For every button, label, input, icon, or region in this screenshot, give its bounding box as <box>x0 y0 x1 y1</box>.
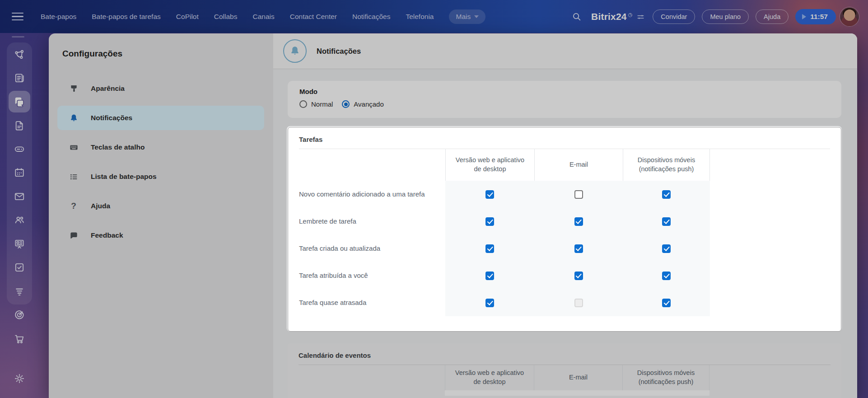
checkbox-checked[interactable] <box>485 217 494 226</box>
hamburger-menu-icon[interactable] <box>12 13 23 21</box>
radio-selected[interactable] <box>342 100 350 108</box>
settings-window: Configurações AparênciaNotificaçõesTecla… <box>49 33 857 398</box>
pill-ajuda[interactable]: Ajuda <box>756 9 789 24</box>
nav-item-5[interactable]: Contact Center <box>290 13 337 21</box>
sidebar-item-keyboard[interactable]: Teclas de atalho <box>57 135 264 159</box>
bell-badge <box>283 39 307 63</box>
column-header-1: E-mail <box>534 365 622 390</box>
list-icon <box>68 171 79 182</box>
column-header-0: Versão web e aplicativo de desktop <box>445 149 534 181</box>
checkbox-checked[interactable] <box>485 272 494 280</box>
sliders-icon[interactable] <box>636 13 645 21</box>
settings-icon[interactable] <box>9 368 30 389</box>
drive-icon[interactable] <box>9 138 30 160</box>
row-label: Lembrete de tarefa <box>299 217 445 226</box>
sidebar-item-bell[interactable]: Notificações <box>57 106 264 130</box>
checkbox-disabled <box>574 299 583 307</box>
sidebar-item-label: Notificações <box>91 114 132 122</box>
feed-icon[interactable] <box>9 67 30 89</box>
search-icon[interactable] <box>572 12 582 22</box>
pill-meu-plano[interactable]: Meu plano <box>702 9 749 24</box>
play-icon <box>802 14 806 19</box>
column-header-2: Dispositivos móveis (notificações push) <box>623 149 710 181</box>
row-label: Novo comentário adicionado a uma tarefa <box>299 190 445 199</box>
table-row: Tarefa atribuída a você <box>299 262 830 289</box>
bitrix24-logo: Bitrix24 ◷ <box>591 11 645 22</box>
table-cell <box>623 181 710 208</box>
header-spacer <box>299 365 445 390</box>
radio-unselected[interactable] <box>299 100 307 108</box>
checkbox-checked[interactable] <box>574 217 583 226</box>
sidebar-item-label: Teclas de atalho <box>91 143 145 151</box>
checkbox-checked[interactable] <box>662 217 671 226</box>
checkbox-unchecked[interactable] <box>574 190 583 199</box>
rail-drag-handle[interactable] <box>12 36 24 37</box>
table-row: Lembrete de tarefa <box>299 208 830 235</box>
table-cell <box>445 235 534 262</box>
checkbox-checked[interactable] <box>662 244 671 253</box>
checkbox-checked[interactable] <box>662 190 671 199</box>
checkbox-checked[interactable] <box>485 299 494 307</box>
checkbox-checked[interactable] <box>662 299 671 307</box>
sidebar-item-list[interactable]: Lista de bate-papos <box>57 164 264 189</box>
timer-pill[interactable]: 11:57 <box>795 9 836 24</box>
radio-label: Normal <box>311 100 333 108</box>
brush-icon <box>68 83 79 94</box>
sidebar-item-brush[interactable]: Aparência <box>57 76 264 101</box>
more-button[interactable]: Mais <box>449 9 485 24</box>
radio-label: Avançado <box>354 100 383 108</box>
nav-item-4[interactable]: Canais <box>252 13 274 21</box>
share-icon[interactable] <box>9 44 30 66</box>
mode-card: Modo NormalAvançado <box>288 81 841 118</box>
table-cell <box>623 262 710 289</box>
question-icon: ? <box>68 201 79 211</box>
table-cell <box>534 262 623 289</box>
avatar[interactable] <box>840 7 859 26</box>
checkbox-checked[interactable] <box>662 272 671 280</box>
topbar: Bate-paposBate-papos de tarefasCoPilotCo… <box>0 0 868 33</box>
topbar-right: Bitrix24 ◷ ConvidarMeu planoAjuda 11:57 <box>572 7 859 26</box>
section-title: Tarefas <box>299 136 830 143</box>
sidebar-item-chat[interactable]: Feedback <box>57 223 264 248</box>
sidebar-item-label: Lista de bate-papos <box>91 173 157 181</box>
board-icon[interactable] <box>9 233 30 255</box>
checkbox-checked[interactable] <box>574 244 583 253</box>
calendar-icon[interactable] <box>9 162 30 183</box>
checkbox-checked[interactable] <box>485 244 494 253</box>
sidebar-item-label: Aparência <box>91 84 125 93</box>
bell-icon <box>289 45 301 57</box>
mode-option-1[interactable]: Avançado <box>342 100 383 108</box>
mode-option-0[interactable]: Normal <box>299 100 333 108</box>
people-icon[interactable] <box>9 209 30 231</box>
header-spacer <box>299 149 445 181</box>
checkbox-checked[interactable] <box>574 272 583 280</box>
target-icon[interactable] <box>9 304 30 326</box>
more-label: Mais <box>456 13 471 21</box>
document-icon[interactable] <box>9 115 30 136</box>
checkbox-checked[interactable] <box>485 190 494 199</box>
table-rows: Novo comentário adicionado a uma tarefaL… <box>299 181 830 316</box>
crm-icon[interactable] <box>9 281 30 302</box>
top-navigation: Bate-paposBate-papos de tarefasCoPilotCo… <box>41 9 485 24</box>
table-cell <box>534 235 623 262</box>
cart-icon[interactable] <box>9 328 30 350</box>
nav-item-6[interactable]: Notificações <box>352 13 390 21</box>
section-title: Calendário de eventos <box>299 351 831 359</box>
chats-icon[interactable] <box>9 91 30 112</box>
sidebar-item-label: Feedback <box>91 231 123 239</box>
nav-item-3[interactable]: Collabs <box>214 13 238 21</box>
mode-options: NormalAvançado <box>299 100 841 108</box>
tasks-icon[interactable] <box>9 257 30 278</box>
content-body: Modo NormalAvançado Tarefas Versão web e… <box>273 69 857 398</box>
sidebar-item-question[interactable]: ?Ajuda <box>57 194 264 218</box>
nav-item-7[interactable]: Telefonia <box>406 13 434 21</box>
table-rows-stub <box>299 390 831 396</box>
nav-item-2[interactable]: CoPilot <box>176 13 199 21</box>
mail-icon[interactable] <box>9 186 30 207</box>
nav-item-0[interactable]: Bate-papos <box>41 13 76 21</box>
pill-convidar[interactable]: Convidar <box>653 9 695 24</box>
content-header: Notificações <box>273 33 857 69</box>
chevron-down-icon <box>474 15 479 18</box>
table-header: Versão web e aplicativo de desktopE-mail… <box>299 149 830 181</box>
nav-item-1[interactable]: Bate-papos de tarefas <box>92 13 161 21</box>
